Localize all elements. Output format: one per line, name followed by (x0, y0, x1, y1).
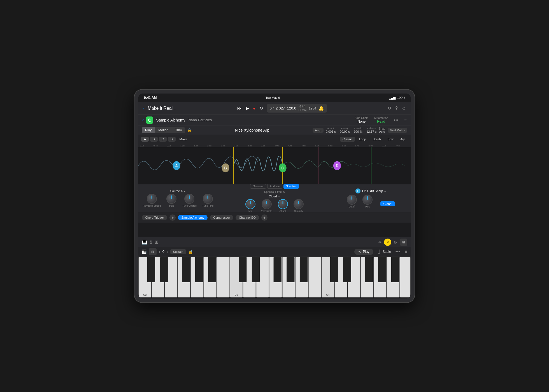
kb-lines-button[interactable]: ≡ (405, 249, 407, 254)
piano-keys[interactable]: /* rendered by inline script below */ (138, 256, 411, 298)
spectral-tab[interactable]: Spectral (283, 184, 299, 189)
playmode-loop[interactable]: Loop (356, 137, 369, 142)
res-label: Res (365, 205, 370, 208)
source-tab-c[interactable]: C (159, 137, 167, 142)
pan-label: Pan (169, 204, 174, 207)
global-button[interactable]: Global (380, 201, 395, 206)
lock-icon[interactable]: 🔒 (187, 128, 192, 132)
fx-sample-alchemy[interactable]: Sample Alchemy (178, 215, 208, 220)
account-icon[interactable]: ☺ (402, 106, 406, 111)
play-button[interactable]: ▶ (246, 106, 249, 111)
kb-pencil-icon[interactable]: ✏ (378, 240, 382, 244)
playmode-classic[interactable]: Classic (340, 137, 355, 142)
kb-grid-button[interactable]: ⊞ (400, 239, 407, 246)
help-icon[interactable]: ? (395, 106, 398, 111)
project-title[interactable]: Make it Real ⌄ (148, 106, 176, 111)
kb-sliders-icon[interactable]: ⚙ (394, 240, 397, 244)
plugin-back-button[interactable]: ‹ (142, 118, 144, 123)
loop-button[interactable]: ↻ (259, 106, 263, 111)
spectral-effect-value[interactable]: Cloud (269, 195, 277, 198)
sustain-control[interactable]: Sustain 100 % (354, 127, 362, 133)
plugin-name: Sample Alchemy (156, 118, 185, 122)
svg-rect-38 (195, 257, 203, 282)
fx-compressor[interactable]: Compressor (210, 215, 233, 220)
tab-trim[interactable]: Trim (172, 127, 185, 133)
cutoff-knob[interactable] (347, 195, 357, 205)
kb-note-icon[interactable]: ♩ (378, 248, 380, 255)
svg-rect-36 (160, 257, 168, 282)
kb-more-button[interactable]: ••• (396, 249, 400, 254)
mix-knob[interactable] (245, 199, 255, 209)
kb-layout-toggle[interactable]: ⊟ (149, 248, 157, 255)
position-display: 6 4 2 027 (270, 106, 285, 110)
filter-section: ⏻ LP 12dB Sharp ⌄ Cutoff Re (335, 188, 407, 208)
kb-lock-icon[interactable]: 🔒 (188, 249, 193, 254)
granular-tab[interactable]: Granular (250, 184, 266, 189)
plugin-power-button[interactable]: ⏻ (146, 116, 153, 124)
attack-knob-group: Attack (278, 199, 288, 213)
attack-control[interactable]: Attack 0.001 s (326, 127, 336, 133)
tune-fine-knob[interactable] (203, 194, 213, 204)
key-display: C maj (298, 108, 306, 112)
kb-sustain-button[interactable]: Sustain (170, 249, 186, 254)
waveform-display[interactable]: A B C D (138, 147, 411, 184)
battery: 100% (397, 96, 405, 99)
tab-motion[interactable]: Motion (155, 127, 172, 133)
playmode-scrub[interactable]: Scrub (370, 137, 384, 142)
plugin-main: Play Motion Trim 🔒 Nice Xylophone Arp Am… (138, 125, 411, 237)
kb-play-button[interactable]: ↖ Play (354, 249, 373, 255)
record-button[interactable]: ● (253, 106, 255, 111)
undo-icon[interactable]: ↺ (388, 106, 391, 111)
source-tab-d[interactable]: D (168, 137, 176, 142)
decay-label: Decay (341, 127, 348, 130)
tick-2: 0.8s (167, 144, 180, 147)
simplify-knob[interactable] (294, 199, 304, 209)
spectral-tabs: Granular Additive Spectral (250, 184, 299, 189)
svg-rect-45 (330, 257, 338, 282)
kb-scale-label[interactable]: Scale (383, 250, 391, 254)
back-button[interactable]: ‹ (143, 106, 144, 111)
spectral-effect-chevron: ⌄ (278, 195, 280, 198)
additive-tab[interactable]: Additive (267, 184, 282, 189)
svg-text:C: C (282, 166, 284, 170)
playmode-arp[interactable]: Arp (397, 137, 408, 142)
fx-channel-eq[interactable]: Channel EQ (236, 215, 259, 220)
fx-chord-trigger[interactable]: Chord Trigger (142, 215, 167, 220)
pan-knob[interactable] (166, 194, 176, 204)
svg-text:C3: C3 (235, 293, 238, 296)
threshold-knob[interactable] (262, 199, 272, 209)
kb-brightness-button[interactable]: ☀ (384, 239, 391, 246)
plugin-preset[interactable]: Piano Particles (188, 118, 212, 122)
res-knob[interactable] (362, 195, 373, 205)
keyboard-type-icon[interactable]: 🎹 (142, 239, 147, 245)
rewind-button[interactable]: ⏮ (237, 106, 242, 111)
fx-add-end[interactable]: + (261, 214, 267, 221)
kb-piano-icon[interactable]: 🎹 (142, 249, 146, 254)
automation-control[interactable]: Automation Read (374, 116, 388, 123)
keyboard-info-icon[interactable]: ℹ (150, 239, 152, 245)
filter-power-button[interactable]: ⏻ (355, 188, 360, 193)
tab-play[interactable]: Play (142, 127, 155, 133)
snap-control[interactable]: Snap Auto (379, 127, 385, 133)
decay-control[interactable]: Decay 20.00 s (340, 127, 350, 133)
source-tab-a[interactable]: A (141, 137, 149, 142)
source-tab-b[interactable]: B (150, 137, 157, 142)
release-control[interactable]: Release 12.17 s (366, 127, 376, 133)
keyboard-layout-icon[interactable]: ⊞ (155, 239, 158, 245)
kb-prev-button[interactable]: ‹ (159, 249, 160, 254)
playback-speed-knob[interactable] (147, 194, 157, 204)
chevron-icon: ⌄ (174, 106, 176, 110)
plugin-menu-button[interactable]: ≡ (404, 118, 407, 123)
amp-button[interactable]: Amp (313, 128, 324, 133)
mod-matrix-button[interactable]: Mod Matrix (388, 128, 407, 133)
mixer-tab[interactable]: Mixer (177, 137, 190, 142)
attack-spectral-knob[interactable] (278, 199, 288, 209)
fx-add-after-chord[interactable]: + (169, 214, 176, 221)
plugin-options-button[interactable]: ••• (394, 118, 399, 123)
metronome-icon[interactable]: 🔔 (318, 106, 324, 111)
spectral-knobs: Mix Threshold Attack Simplify (245, 199, 304, 213)
playmode-bow[interactable]: Bow (385, 137, 396, 142)
tune-coarse-knob[interactable] (184, 194, 194, 204)
sidechain-control[interactable]: Side Chain None (355, 116, 368, 123)
kb-next-button[interactable]: › (167, 249, 168, 254)
